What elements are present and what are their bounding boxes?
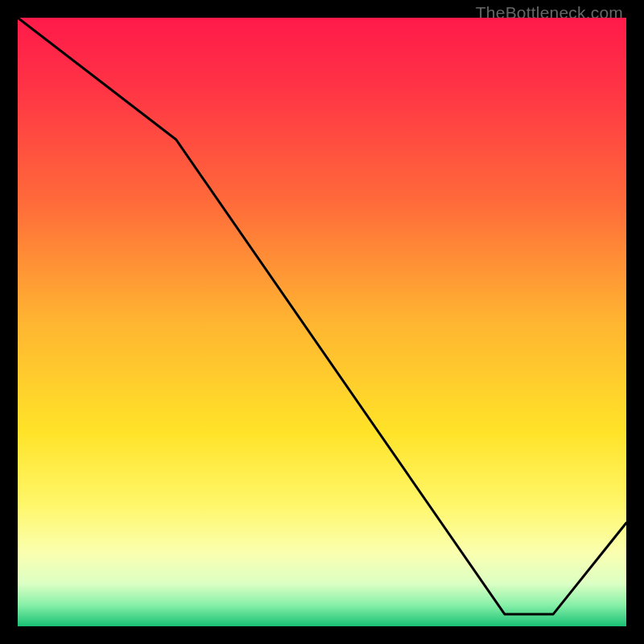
chart-frame — [18, 18, 626, 626]
chart-plot — [18, 18, 626, 626]
gradient-background — [18, 18, 626, 626]
